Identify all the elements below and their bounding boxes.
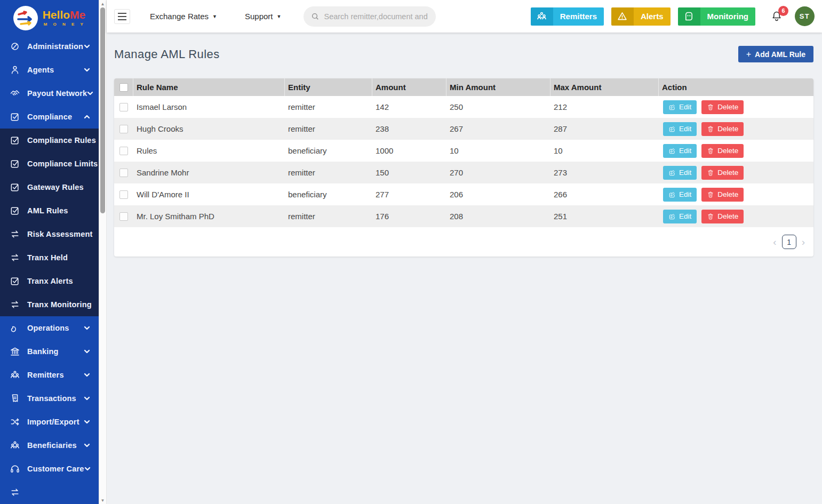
scroll-up-arrow-icon[interactable]: ▲ (99, 0, 106, 7)
alerts-button[interactable]: Alerts (611, 7, 671, 26)
row-checkbox[interactable] (119, 212, 128, 221)
row-checkbox[interactable] (119, 125, 128, 133)
brand-name: HelloMe (43, 9, 86, 20)
scrollbar-thumb[interactable] (100, 7, 105, 213)
search-input[interactable] (324, 12, 428, 21)
sidebar-item-operations[interactable]: Operations (0, 316, 99, 340)
sidebar-item-compliance[interactable]: Compliance (0, 105, 99, 129)
delete-button[interactable]: Delete (701, 188, 744, 202)
edit-pencil-icon (668, 125, 676, 133)
delete-button[interactable]: Delete (701, 144, 744, 158)
min-amount-cell: 208 (446, 212, 550, 221)
sidebar-item-beneficiaries[interactable]: Beneficiaries (0, 434, 99, 457)
rule-name-cell: Hugh Crooks (133, 124, 285, 133)
rule-name-cell: Rules (133, 146, 285, 155)
edit-pencil-icon (668, 213, 676, 220)
receipt-icon (9, 393, 20, 404)
column-header-min-amount[interactable]: Min Amount (446, 78, 550, 96)
amount-cell: 150 (372, 168, 446, 177)
edit-button[interactable]: Edit (663, 122, 697, 136)
sidebar-item-customer-care[interactable]: Customer Care (0, 457, 99, 481)
sidebar-item-compliance-limits[interactable]: Compliance Limits (0, 152, 99, 175)
sidebar-item-label: Import/Export (27, 418, 84, 426)
delete-button[interactable]: Delete (701, 210, 744, 223)
sidebar-item-partial[interactable] (0, 481, 99, 504)
sidebar-item-tranx-alerts[interactable]: Tranx Alerts (0, 269, 99, 293)
edit-button[interactable]: Edit (663, 188, 697, 202)
caret-down-icon: ▼ (212, 14, 217, 19)
trash-icon (707, 103, 714, 111)
delete-button[interactable]: Delete (701, 122, 744, 136)
avatar[interactable]: ST (795, 6, 815, 26)
sidebar-item-label: Customer Care (27, 465, 84, 473)
sidebar-item-label: Administration (27, 42, 84, 51)
sidebar-item-label: Banking (27, 347, 84, 356)
sidebar-item-transactions[interactable]: Transactions (0, 387, 99, 410)
sidebar-menu: Administration Agents Payout Network Com… (0, 35, 99, 504)
hamburger-menu-icon[interactable] (114, 9, 130, 24)
scroll-down-arrow-icon[interactable]: ▼ (99, 497, 106, 504)
swap-arrows-icon (9, 299, 20, 310)
nav-menu-exchange-rates[interactable]: Exchange Rates ▼ (150, 12, 217, 21)
sidebar-item-banking[interactable]: Banking (0, 340, 99, 363)
chevron-down-icon (87, 90, 93, 97)
delete-button[interactable]: Delete (701, 166, 744, 180)
entity-cell: beneficiary (285, 146, 372, 155)
sidebar-scrollbar[interactable]: ▲ ▼ (99, 0, 107, 504)
rule-name-cell: Ismael Larson (133, 102, 285, 111)
remitters-button[interactable]: Remitters (531, 7, 604, 26)
select-all-checkbox[interactable] (119, 83, 128, 92)
max-amount-cell: 273 (550, 168, 659, 177)
sidebar-item-aml-rules[interactable]: AML Rules (0, 199, 99, 222)
sidebar-item-payout-network[interactable]: Payout Network (0, 82, 99, 105)
warning-triangle-icon (611, 7, 634, 26)
add-aml-rule-button[interactable]: + Add AML Rule (738, 46, 813, 62)
column-header-rule-name[interactable]: Rule Name (133, 78, 285, 96)
column-header-amount[interactable]: Amount (372, 78, 446, 96)
chevron-down-icon (84, 348, 90, 355)
sidebar-item-compliance-rules[interactable]: Compliance Rules (0, 129, 99, 152)
sidebar-item-risk-assessment[interactable]: Risk Assessment (0, 222, 99, 246)
pagination-prev-icon[interactable]: ‹ (773, 237, 776, 247)
rule-name-cell: Will D'Amore II (133, 190, 285, 199)
sidebar-item-label: Gateway Rules (27, 183, 90, 191)
trash-icon (707, 147, 714, 155)
amount-cell: 142 (372, 102, 446, 111)
max-amount-cell: 251 (550, 212, 659, 221)
sidebar-item-import-export[interactable]: Import/Export (0, 410, 99, 434)
headset-icon (9, 463, 20, 475)
top-navbar: Exchange Rates ▼ Support ▼ Remitters Ale… (107, 0, 822, 33)
row-checkbox[interactable] (119, 190, 128, 199)
pagination-page-1[interactable]: 1 (782, 235, 796, 249)
edit-button[interactable]: Edit (663, 100, 697, 114)
sidebar-item-label: Compliance (27, 113, 84, 121)
table-row: Will D'Amore II beneficiary 277 206 266 … (114, 183, 813, 205)
sidebar-item-remitters[interactable]: Remitters (0, 363, 99, 387)
column-header-max-amount[interactable]: Max Amount (550, 78, 659, 96)
sidebar-item-tranx-held[interactable]: Tranx Held (0, 246, 99, 269)
sidebar-item-administration[interactable]: Administration (0, 35, 99, 58)
sidebar-item-gateway-rules[interactable]: Gateway Rules (0, 175, 99, 199)
sidebar-item-tranx-monitoring[interactable]: Tranx Monitoring (0, 293, 99, 316)
search-icon (311, 12, 320, 21)
edit-button[interactable]: Edit (663, 166, 697, 180)
row-checkbox[interactable] (119, 147, 128, 155)
edit-button[interactable]: Edit (663, 144, 697, 158)
sidebar-item-label: Compliance Limits (27, 159, 98, 168)
entity-cell: beneficiary (285, 190, 372, 199)
delete-button[interactable]: Delete (701, 100, 744, 114)
notifications-bell[interactable]: 6 (770, 9, 784, 24)
column-header-entity[interactable]: Entity (285, 78, 372, 96)
row-checkbox[interactable] (119, 103, 128, 111)
nav-menu-support[interactable]: Support ▼ (245, 12, 281, 21)
sidebar-item-agents[interactable]: Agents (0, 58, 99, 82)
sidebar-item-label: Tranx Monitoring (27, 300, 92, 309)
row-checkbox[interactable] (119, 169, 128, 177)
trash-icon (707, 125, 714, 133)
monitoring-button[interactable]: Monitoring (678, 7, 755, 26)
edit-button[interactable]: Edit (663, 210, 697, 223)
sidebar-item-label: Compliance Rules (27, 136, 96, 145)
pagination-next-icon[interactable]: › (802, 237, 805, 247)
edit-pencil-icon (668, 147, 676, 155)
brand-logo[interactable]: HelloMe M O N E Y (0, 0, 99, 35)
